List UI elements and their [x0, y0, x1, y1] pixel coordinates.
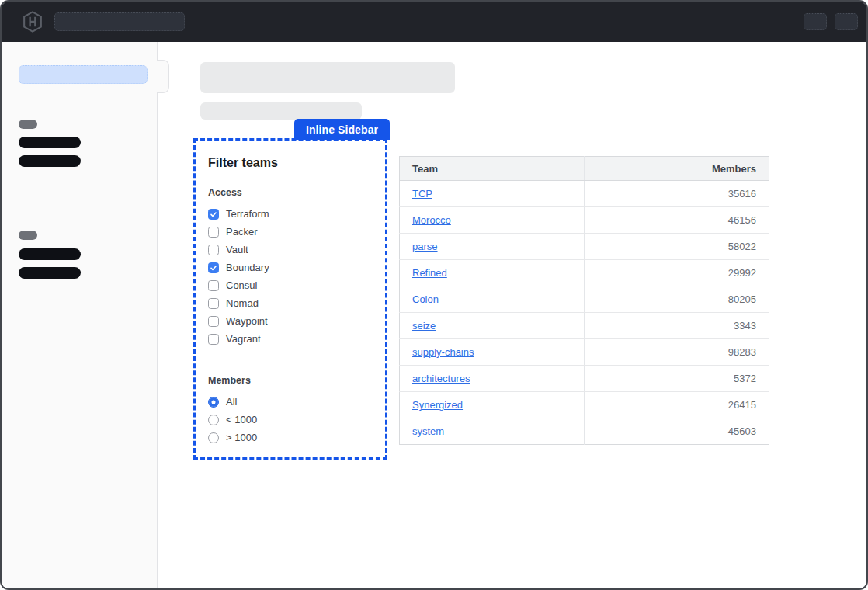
- table-row[interactable]: system 45603: [400, 418, 769, 445]
- access-checkbox-option[interactable]: Packer: [208, 223, 373, 241]
- team-cell: architectures: [400, 366, 585, 392]
- access-checkbox-option[interactable]: Boundary: [208, 259, 373, 276]
- team-link[interactable]: Morocco: [412, 214, 451, 226]
- team-cell: Refined: [400, 260, 585, 286]
- team-cell: system: [400, 418, 585, 445]
- access-checkbox-option[interactable]: Nomad: [208, 294, 373, 312]
- members-cell: 45603: [585, 418, 769, 445]
- checkbox-label: Terraform: [226, 208, 269, 220]
- access-checkbox-option[interactable]: Vault: [208, 241, 373, 259]
- checkbox-icon[interactable]: [208, 298, 219, 309]
- team-link[interactable]: architectures: [412, 373, 470, 384]
- team-link[interactable]: Synergized: [412, 399, 463, 411]
- table-row[interactable]: Refined 29992: [400, 260, 769, 286]
- sidebar-active-nav-placeholder[interactable]: [19, 65, 148, 84]
- column-header-team: Team: [400, 157, 585, 181]
- checkbox-icon[interactable]: [208, 262, 219, 273]
- table-header-row: Team Members: [400, 157, 769, 181]
- access-group-label: Access: [208, 187, 373, 198]
- members-cell: 3343: [585, 313, 769, 339]
- members-radio-option[interactable]: < 1000: [208, 411, 373, 429]
- checkbox-icon[interactable]: [208, 316, 219, 327]
- team-cell: Morocco: [400, 207, 585, 234]
- radio-icon[interactable]: [208, 432, 219, 443]
- page-subtitle-placeholder: [200, 102, 362, 120]
- checkbox-label: Nomad: [226, 297, 259, 309]
- checkbox-icon[interactable]: [208, 209, 219, 220]
- sidebar-nav-placeholder-3[interactable]: [19, 248, 81, 260]
- access-checkbox-option[interactable]: Vagrant: [208, 330, 373, 348]
- team-link[interactable]: parse: [412, 241, 438, 252]
- sidebar-section-label-placeholder-2: [19, 231, 37, 240]
- table-row[interactable]: TCP 35616: [400, 181, 769, 207]
- checkbox-label: Vault: [226, 244, 248, 255]
- sidebar-nav-placeholder-2[interactable]: [19, 155, 81, 167]
- members-cell: 58022: [585, 234, 769, 260]
- members-radio-option[interactable]: All: [208, 393, 373, 411]
- team-link[interactable]: TCP: [412, 188, 432, 200]
- members-cell: 35616: [585, 181, 769, 207]
- access-checkbox-option[interactable]: Terraform: [208, 205, 373, 223]
- topnav-search-placeholder[interactable]: [54, 12, 185, 31]
- access-options: Terraform Packer Vault Boundary Consul N…: [208, 205, 373, 348]
- table-row[interactable]: supply-chains 98283: [400, 339, 769, 366]
- team-cell: TCP: [400, 181, 585, 207]
- members-radio-option[interactable]: > 1000: [208, 429, 373, 446]
- checkbox-label: Vagrant: [226, 333, 261, 345]
- team-link[interactable]: supply-chains: [412, 346, 474, 358]
- members-options: All < 1000 > 1000: [208, 393, 373, 446]
- table-row[interactable]: parse 58022: [400, 234, 769, 260]
- app-sidebar: [2, 42, 158, 588]
- radio-icon[interactable]: [208, 415, 219, 425]
- team-cell: Colon: [400, 286, 585, 313]
- members-cell: 46156: [585, 207, 769, 234]
- page-title-placeholder: [200, 62, 455, 93]
- table-row[interactable]: architectures 5372: [400, 366, 769, 392]
- radio-label: All: [226, 396, 237, 408]
- team-link[interactable]: seize: [412, 320, 436, 331]
- members-cell: 26415: [585, 392, 769, 418]
- sidebar-section-label-placeholder-1: [19, 120, 37, 129]
- team-cell: parse: [400, 234, 585, 260]
- topnav-action-placeholder-2[interactable]: [835, 13, 858, 30]
- radio-label: < 1000: [226, 414, 257, 425]
- table-row[interactable]: seize 3343: [400, 313, 769, 339]
- radio-icon[interactable]: [208, 397, 219, 408]
- team-cell: supply-chains: [400, 339, 585, 366]
- checkbox-icon[interactable]: [208, 245, 219, 255]
- team-link[interactable]: Colon: [412, 293, 439, 305]
- app-window: Inline Sidebar Filter teams Access Terra…: [0, 0, 868, 590]
- sidebar-collapse-handle[interactable]: [157, 60, 169, 93]
- filter-panel-title: Filter teams: [208, 156, 373, 170]
- team-link[interactable]: system: [412, 425, 444, 437]
- team-cell: Synergized: [400, 392, 585, 418]
- inline-sidebar-filter-panel: Filter teams Access Terraform Packer Vau…: [193, 138, 387, 460]
- hashicorp-logo-icon: [22, 11, 43, 33]
- members-cell: 5372: [585, 366, 769, 392]
- sidebar-nav-placeholder-4[interactable]: [19, 267, 81, 279]
- members-cell: 80205: [585, 286, 769, 313]
- checkbox-icon[interactable]: [208, 334, 219, 345]
- access-checkbox-option[interactable]: Consul: [208, 276, 373, 294]
- sidebar-nav-placeholder-1[interactable]: [19, 137, 81, 148]
- table-row[interactable]: Synergized 26415: [400, 392, 769, 418]
- top-nav-bar: [2, 2, 866, 42]
- radio-label: > 1000: [226, 432, 257, 443]
- team-link[interactable]: Refined: [412, 267, 447, 279]
- access-checkbox-option[interactable]: Waypoint: [208, 312, 373, 330]
- checkbox-label: Waypoint: [226, 315, 268, 327]
- table-row[interactable]: Colon 80205: [400, 286, 769, 313]
- members-group-label: Members: [208, 375, 373, 386]
- topnav-action-placeholder-1[interactable]: [804, 13, 827, 30]
- team-cell: seize: [400, 313, 585, 339]
- teams-table: Team Members TCP 35616 Morocco 46156 par…: [399, 156, 769, 445]
- members-cell: 29992: [585, 260, 769, 286]
- checkbox-label: Boundary: [226, 262, 269, 273]
- table-row[interactable]: Morocco 46156: [400, 207, 769, 234]
- inline-sidebar-annotation-badge: Inline Sidebar: [294, 119, 390, 140]
- checkbox-icon[interactable]: [208, 280, 219, 291]
- checkbox-label: Consul: [226, 279, 257, 291]
- checkbox-label: Packer: [226, 226, 257, 238]
- column-header-members: Members: [585, 157, 769, 181]
- checkbox-icon[interactable]: [208, 227, 219, 238]
